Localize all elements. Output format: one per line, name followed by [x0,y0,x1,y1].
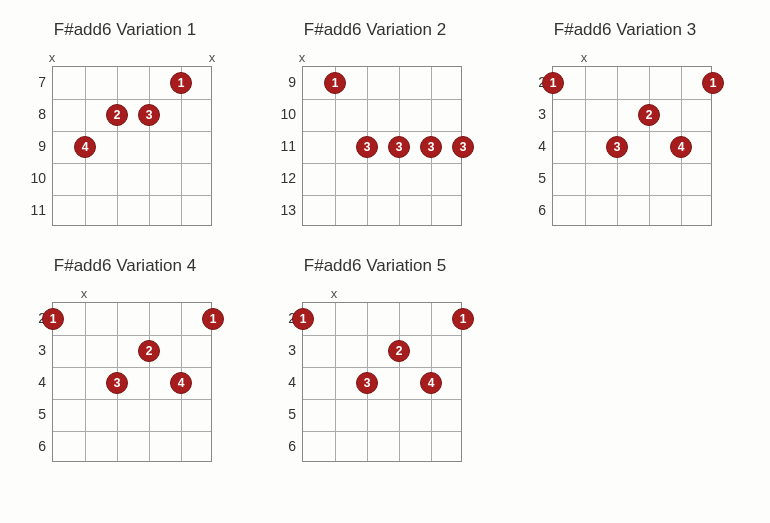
finger-dot: 3 [138,104,160,126]
finger-dot: 4 [170,372,192,394]
fret-number: 8 [20,98,46,130]
fret-number: 12 [270,162,296,194]
chord-diagram: F#add6 Variation 523456x11234 [270,256,480,462]
finger-dot: 3 [356,136,378,158]
chord-diagram: F#add6 Variation 423456x11234 [20,256,230,462]
mute-row: x [302,286,480,302]
fret-number: 5 [520,162,546,194]
chord-diagram: F#add6 Variation 323456x11234 [520,20,730,226]
fret-number: 10 [270,98,296,130]
finger-dot: 2 [106,104,128,126]
fret-number: 3 [520,98,546,130]
finger-dot: 3 [452,136,474,158]
finger-dot: 1 [452,308,474,330]
mute-row: x [302,50,480,66]
mute-marker: x [581,50,588,65]
chord-diagram: F#add6 Variation 2910111213x13333 [270,20,480,226]
finger-dot: 2 [388,340,410,362]
finger-dot: 3 [106,372,128,394]
mute-marker: x [299,50,306,65]
fret-number: 6 [520,194,546,226]
fret-number: 4 [20,366,46,398]
finger-dot: 1 [170,72,192,94]
fret-number: 11 [270,130,296,162]
finger-dot: 1 [542,72,564,94]
chord-diagram: F#add6 Variation 17891011xx1234 [20,20,230,226]
chord-title: F#add6 Variation 1 [20,20,230,40]
chord-title: F#add6 Variation 5 [270,256,480,276]
fret-number: 7 [20,66,46,98]
finger-dot: 4 [74,136,96,158]
fret-number: 11 [20,194,46,226]
fretboard: 1234 [52,66,212,226]
finger-dot: 4 [420,372,442,394]
fret-number: 6 [20,430,46,462]
finger-dot: 1 [42,308,64,330]
fret-number: 6 [270,430,296,462]
finger-dot: 1 [702,72,724,94]
mute-marker: x [81,286,88,301]
fret-number: 4 [520,130,546,162]
fret-number: 3 [20,334,46,366]
fret-number: 5 [20,398,46,430]
finger-dot: 4 [670,136,692,158]
finger-dot: 2 [638,104,660,126]
finger-dot: 2 [138,340,160,362]
fret-labels: 7891011 [20,50,52,226]
fretboard: 11234 [52,302,212,462]
fretboard: 11234 [302,302,462,462]
mute-row: xx [52,50,230,66]
chord-title: F#add6 Variation 4 [20,256,230,276]
fret-number: 4 [270,366,296,398]
fret-number: 3 [270,334,296,366]
chord-title: F#add6 Variation 2 [270,20,480,40]
fret-number: 13 [270,194,296,226]
finger-dot: 3 [356,372,378,394]
mute-marker: x [331,286,338,301]
fret-number: 10 [20,162,46,194]
fret-labels: 910111213 [270,50,302,226]
fret-number: 9 [270,66,296,98]
finger-dot: 1 [202,308,224,330]
mute-marker: x [49,50,56,65]
mute-row: x [52,286,230,302]
chord-grid: F#add6 Variation 17891011xx1234F#add6 Va… [20,20,750,462]
finger-dot: 3 [420,136,442,158]
fret-number: 9 [20,130,46,162]
fretboard: 13333 [302,66,462,226]
finger-dot: 3 [388,136,410,158]
fret-number: 5 [270,398,296,430]
finger-dot: 3 [606,136,628,158]
mute-marker: x [209,50,216,65]
fretboard: 11234 [552,66,712,226]
mute-row: x [552,50,730,66]
chord-title: F#add6 Variation 3 [520,20,730,40]
finger-dot: 1 [324,72,346,94]
finger-dot: 1 [292,308,314,330]
